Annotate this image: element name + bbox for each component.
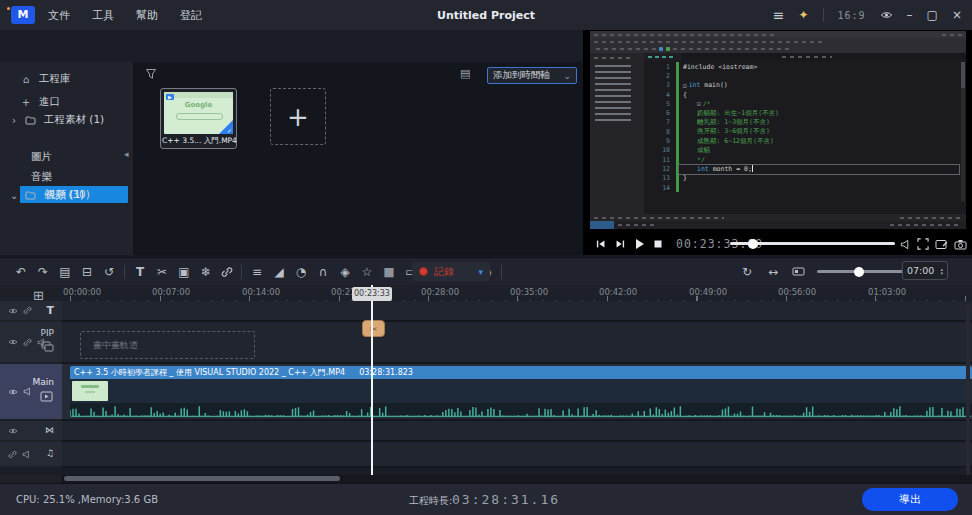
detach-audio-icon[interactable] (221, 266, 233, 278)
sidebar-item-project-assets[interactable]: › 工程素材 (1) (0, 111, 143, 129)
close-button[interactable]: × (952, 8, 962, 22)
statusbar: CPU: 25.1% ,Memory:3.6 GB 工程時長: 03:28:31… (0, 483, 972, 515)
filter-icon[interactable] (145, 68, 157, 80)
home-icon: ⌂ (20, 74, 32, 85)
video-type-badge: ▶ (166, 94, 174, 100)
copy-paste-icon[interactable]: ▤ (58, 265, 72, 279)
lock-link-icon[interactable] (8, 450, 17, 459)
text-track-header[interactable]: T (0, 301, 62, 320)
volume-icon[interactable] (900, 239, 911, 250)
project-duration-value: 03:28:31.16 (452, 492, 560, 507)
music-track-header[interactable]: ♫ (0, 442, 62, 466)
hamburger-menu-icon[interactable]: ≡ (773, 7, 785, 23)
pip-track-row[interactable]: 畫中畫軌道 ✂ (62, 322, 972, 362)
lock-link-icon[interactable] (23, 306, 32, 315)
fullscreen-icon[interactable] (917, 238, 929, 250)
media-clip-card[interactable]: Google ▶ ✓ C++ 3.5... 入門.MP4 (160, 88, 237, 149)
add-to-timeline-dropdown[interactable]: 添加到時間軸 ⌄ (487, 67, 577, 84)
undo-icon[interactable]: ↶ (14, 265, 28, 279)
sidebar-item-samples[interactable]: ⌄ 例子 (30) (0, 186, 143, 204)
interval-spinner[interactable]: 07:00 ▴▾ (902, 261, 948, 280)
spinner-down-icon[interactable]: ▾ (940, 271, 943, 275)
transition-track-header[interactable]: ⋈ (0, 421, 62, 440)
minimize-button[interactable]: – (907, 8, 913, 22)
magic-icon[interactable]: ✦ (798, 8, 808, 22)
sidebar-collapse-icon[interactable]: ◂ (124, 150, 129, 159)
import-media-plus-box[interactable]: + (270, 88, 326, 145)
video-track-icon (40, 391, 53, 402)
maximize-button[interactable]: ▢ (927, 8, 938, 22)
export-button[interactable]: 導出 (862, 488, 958, 511)
timeline-zoom-slider[interactable] (817, 270, 905, 273)
zoom-slider-knob[interactable] (854, 267, 864, 277)
sidebar-item-project-library[interactable]: ⌂ 工程庫 (0, 70, 153, 88)
media-clip-name: C++ 3.5... 入門.MP4 (161, 136, 238, 146)
main-clip-body (70, 379, 972, 403)
record-dot-icon (419, 267, 428, 276)
next-frame-button[interactable] (611, 238, 629, 250)
lock-link-icon[interactable] (23, 338, 32, 347)
toolbar-divider (241, 265, 242, 279)
preview-eye-icon[interactable] (880, 10, 893, 20)
view-list-icon[interactable]: ▤ (460, 68, 470, 79)
transition-clip[interactable]: ✂ (362, 320, 385, 337)
folder-icon (25, 116, 37, 125)
pip-track-label: PIP (40, 328, 54, 338)
transition-track-icon: ⋈ (45, 425, 54, 435)
preview-video-frame: 1#include <iostream> 2 3⊟int main() 4{ 5… (590, 31, 966, 229)
preview-seek-slider[interactable] (730, 242, 895, 245)
main-clip-waveform (70, 403, 972, 417)
camera-icon[interactable] (954, 239, 967, 250)
add-text-icon[interactable]: T (133, 265, 147, 279)
sidebar-item-import[interactable]: + 進口 (0, 93, 153, 111)
pip-track-header[interactable]: PIP (0, 322, 62, 362)
add-track-icon[interactable]: ⊞ (33, 289, 44, 302)
text-track-row[interactable] (62, 301, 972, 320)
main-track-row[interactable]: C++ 3.5 小時初學者課程 _ 使用 VISUAL STUDIO 2022 … (62, 364, 972, 419)
text-track-label: T (46, 304, 54, 317)
play-button[interactable] (630, 238, 648, 250)
timeline-horizontal-scrollbar[interactable] (64, 476, 340, 481)
zoom-out-frame-icon[interactable] (792, 267, 805, 276)
favorite-star-icon[interactable]: ☆ (360, 265, 374, 279)
eye-icon[interactable] (8, 427, 18, 435)
playhead-tooltip: 00:23:33 (352, 287, 392, 301)
music-track-row[interactable] (62, 442, 972, 466)
rotate-icon[interactable]: ↺ (102, 265, 116, 279)
main-video-clip[interactable]: C++ 3.5 小時初學者課程 _ 使用 VISUAL STUDIO 2022 … (70, 366, 972, 417)
previous-frame-button[interactable] (592, 238, 610, 250)
keyframe-curve-icon[interactable]: ∩ (316, 265, 330, 279)
eye-icon[interactable] (8, 388, 18, 396)
seek-slider-knob[interactable] (748, 239, 758, 249)
freeze-frame-icon[interactable]: ❄ (199, 265, 213, 279)
main-track-header[interactable]: Main (0, 364, 62, 419)
adjust-icon[interactable]: ≡ (250, 265, 264, 279)
speaker-icon[interactable] (22, 450, 31, 459)
snapshot-edit-icon[interactable] (935, 239, 948, 250)
timeline-vertical-scrollbar[interactable] (966, 305, 970, 475)
pip-track-placeholder: 畫中畫軌道 (80, 331, 255, 359)
duplicate-icon[interactable]: ▣ (177, 265, 191, 279)
delete-icon[interactable]: ⊟ (80, 265, 94, 279)
color-fill-icon[interactable]: ■ (382, 265, 396, 279)
chevron-down-icon: ▾ (478, 267, 483, 277)
media-clip-thumbnail: Google ▶ ✓ (164, 92, 233, 134)
split-scissors-icon[interactable]: ✂ (155, 265, 169, 279)
plus-icon: + (20, 97, 32, 108)
chroma-key-icon[interactable]: ◈ (338, 265, 352, 279)
playhead[interactable]: 00:23:33 (371, 285, 373, 475)
speed-ramp-icon[interactable]: ◢ (272, 265, 286, 279)
speaker-icon[interactable] (23, 387, 32, 396)
fit-timeline-icon[interactable]: ↔ (766, 265, 780, 279)
eye-icon[interactable] (8, 307, 18, 315)
stop-button[interactable] (649, 238, 667, 250)
sync-icon[interactable]: ↻ (740, 265, 754, 279)
redo-icon[interactable]: ↷ (36, 265, 50, 279)
folder-icon (25, 191, 37, 200)
transition-track-row[interactable] (62, 421, 972, 440)
record-button[interactable]: 記錄 ▾ (412, 262, 490, 281)
aspect-ratio-label[interactable]: 16:9 (838, 10, 866, 21)
main-track-label: Main (33, 377, 55, 387)
timer-icon[interactable]: ◔ (294, 265, 308, 279)
eye-icon[interactable] (8, 338, 18, 346)
